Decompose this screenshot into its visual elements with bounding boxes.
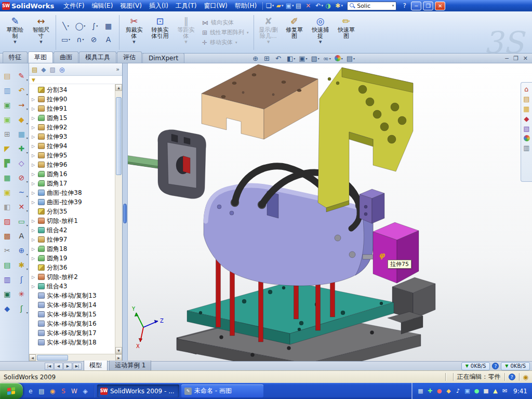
expand-arrow-icon[interactable]: ▷: [32, 135, 36, 139]
print-button[interactable]: ▤ ▾: [295, 1, 304, 10]
feature-tree-item[interactable]: ▷ 拉伸96: [29, 160, 115, 169]
network-help-icon[interactable]: ?: [492, 363, 499, 369]
expand-arrow-icon[interactable]: ▷: [32, 284, 36, 289]
ribbon-tab[interactable]: DimXpert: [142, 53, 184, 63]
feature-tree-item[interactable]: ▷ 切除-放样1: [29, 216, 115, 225]
left-toolbar-button[interactable]: ✳▾: [16, 289, 27, 300]
ribbon-tab[interactable]: 评估: [117, 51, 142, 63]
left-toolbar-button[interactable]: ◆▾: [16, 114, 27, 125]
model-clamp-bracket[interactable]: [318, 68, 413, 212]
view-orientation-icon[interactable]: ▣ ▾: [298, 54, 308, 63]
minimize-button[interactable]: ─: [411, 2, 421, 10]
graphics-viewport[interactable]: φ Y Z X 拉伸75 ⌂ ▤ ▦: [128, 63, 532, 361]
scrollbar-thumb[interactable]: [116, 97, 122, 175]
move-entities-button[interactable]: 移动实体 ▾: [200, 38, 251, 46]
feature-tree-item[interactable]: ▷ 分割36: [29, 263, 115, 272]
model-core-block[interactable]: [204, 184, 378, 286]
left-toolbar-button[interactable]: ⊕▾: [16, 245, 27, 256]
expand-arrow-icon[interactable]: ▷: [32, 247, 36, 251]
feature-tree-item[interactable]: ▷ 实体-移动/复制17: [29, 328, 115, 338]
left-toolbar-button[interactable]: ▭▾: [16, 216, 27, 227]
last-tab-button[interactable]: ▶|: [73, 363, 82, 370]
start-button[interactable]: [0, 383, 23, 399]
menu-item[interactable]: 编辑(E): [88, 1, 116, 11]
expand-arrow-icon[interactable]: ▷: [32, 172, 36, 177]
document-tab[interactable]: 运动算例 1: [109, 361, 151, 371]
left-toolbar-button[interactable]: ʃ▾: [16, 274, 27, 285]
left-toolbar-button[interactable]: ✎▾: [16, 71, 27, 82]
next-tab-button[interactable]: ▶: [63, 363, 72, 370]
smart-dimension-button[interactable]: 智能尺寸 ▼: [28, 13, 54, 52]
mirror-entities-button[interactable]: 镜向实体 ▾: [200, 19, 251, 26]
linear-sketch-pattern-button[interactable]: 线性草图阵列 ▾: [200, 29, 251, 36]
feature-tree-item[interactable]: ▷ 拉伸93: [29, 132, 115, 141]
save-button[interactable]: ▣ ▾: [285, 1, 295, 10]
menu-item[interactable]: 帮助(H): [231, 1, 260, 11]
expand-arrow-icon[interactable]: ▷: [32, 181, 36, 186]
left-toolbar-button[interactable]: ✂: [2, 245, 12, 256]
feature-tree-item[interactable]: ▷ 拉伸97: [29, 235, 115, 244]
feature-tree-item[interactable]: ▷ 切除-放样2: [29, 272, 115, 282]
scroll-left-icon[interactable]: ◀: [29, 354, 36, 361]
left-toolbar-button[interactable]: ▩: [2, 231, 12, 242]
left-toolbar-button[interactable]: ◇▾: [16, 158, 27, 169]
display-style-icon[interactable]: ▧ ▾: [310, 54, 321, 63]
model-side-block[interactable]: φ: [373, 222, 419, 283]
left-toolbar-button[interactable]: ~▾: [16, 187, 27, 198]
design-library-icon[interactable]: ▤: [523, 96, 529, 102]
left-toolbar-button[interactable]: ▣: [2, 289, 12, 300]
configurationmanager-tab-icon[interactable]: ▧: [50, 66, 56, 73]
options-button[interactable]: ✱ ▾: [334, 1, 344, 10]
tree-filter-bar[interactable]: ▼: [29, 76, 122, 84]
sketch-entity-tool-button[interactable]: ◯ ▾: [73, 19, 87, 32]
delete-button[interactable]: ✕ ▾: [304, 1, 314, 10]
previous-tab-button[interactable]: ◀: [54, 363, 63, 370]
document-tab[interactable]: 模型: [84, 361, 108, 371]
apply-scene-icon[interactable]: ▤ ▾: [345, 54, 356, 63]
expand-arrow-icon[interactable]: ▷: [32, 144, 36, 149]
sketch-entity-tool-button[interactable]: A ▾: [102, 33, 116, 46]
doc-restore-button[interactable]: ❐: [513, 55, 518, 62]
left-toolbar-button[interactable]: ▨: [2, 216, 12, 227]
feature-tree-item[interactable]: ▷ 实体-移动/复制14: [29, 300, 115, 310]
appearances-icon[interactable]: [524, 135, 530, 141]
solidworks-resources-icon[interactable]: ◆: [524, 115, 529, 122]
left-toolbar-button[interactable]: ▤: [2, 260, 12, 271]
left-toolbar-button[interactable]: ▤: [2, 71, 12, 82]
task-button[interactable]: SW SolidWorks 2009 - ...: [97, 384, 179, 397]
quick-launch-icon[interactable]: W: [70, 387, 78, 395]
expand-arrow-icon[interactable]: ▷: [32, 237, 36, 242]
hide-show-items-icon[interactable]: ∞ ▾: [322, 54, 332, 63]
feature-tree-item[interactable]: ▷ 组合42: [29, 225, 115, 235]
tray-icon[interactable]: ■: [483, 388, 489, 394]
expand-arrow-icon[interactable]: ▷: [32, 116, 36, 121]
zoom-fit-icon[interactable]: ⊕ ▾: [251, 54, 261, 63]
left-toolbar-button[interactable]: ◤: [2, 143, 12, 154]
feature-tree-item[interactable]: ▷ 圆角18: [29, 244, 115, 254]
rapid-sketch-button[interactable]: 快速草图 ▼: [334, 13, 360, 52]
model-top-plate[interactable]: [202, 64, 318, 139]
dimxpertmanager-tab-icon[interactable]: ◎: [59, 66, 64, 73]
feature-tree-item[interactable]: ▷ 拉伸92: [29, 123, 115, 132]
feature-tree-item[interactable]: ▷ 拉伸95: [29, 151, 115, 160]
zoom-area-icon[interactable]: ⊞ ▾: [263, 54, 273, 63]
file-explorer-icon[interactable]: ▦: [523, 105, 529, 112]
left-toolbar-button[interactable]: A▾: [16, 231, 27, 242]
new-document-button[interactable]: ❏ ▾: [265, 1, 275, 10]
undo-button[interactable]: ↶ ▾: [314, 1, 324, 10]
open-button[interactable]: ▰ ▾: [275, 1, 285, 10]
tree-vertical-scrollbar[interactable]: ▲ ▼: [115, 84, 122, 354]
doc-close-button[interactable]: ✕: [523, 55, 528, 62]
expand-arrow-icon[interactable]: ▷: [32, 191, 36, 195]
left-toolbar-button[interactable]: ▥: [2, 274, 12, 285]
section-view-icon[interactable]: ◧ ▾: [286, 54, 296, 63]
tray-icon[interactable]: ●: [473, 388, 480, 394]
splitter-handle[interactable]: [123, 204, 127, 223]
expand-arrow-icon[interactable]: ▷: [32, 153, 36, 158]
expand-arrow-icon[interactable]: ▷: [32, 125, 36, 130]
left-toolbar-button[interactable]: ▣: [2, 114, 12, 125]
feature-tree-item[interactable]: ▷ 曲面-拉伸38: [29, 188, 115, 197]
scrollbar-thumb[interactable]: [37, 355, 68, 361]
tray-icon[interactable]: ♪: [455, 388, 461, 394]
expand-arrow-icon[interactable]: ▷: [32, 219, 36, 223]
